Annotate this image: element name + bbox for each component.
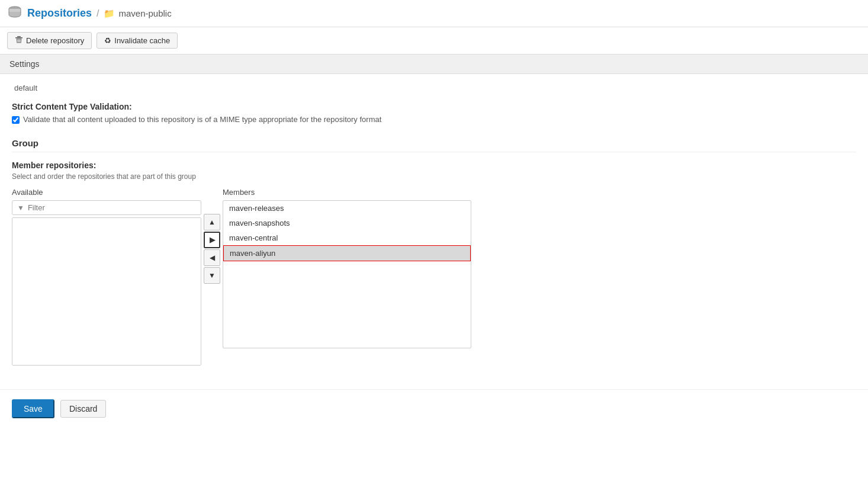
strict-content-desc: Validate that all content uploaded to th… [23, 115, 381, 124]
page-title: Repositories [27, 7, 92, 20]
delete-repository-label: Delete repository [26, 36, 84, 45]
repos-container: Available ▼ ▲ ▶ ◀ [12, 188, 856, 366]
filter-input[interactable] [28, 203, 196, 212]
strict-content-checkbox[interactable] [12, 116, 20, 124]
filter-icon: ▼ [17, 204, 24, 212]
group-label: Group [12, 138, 856, 152]
member-repos-desc: Select and order the repositories that a… [12, 172, 856, 181]
svg-rect-1 [15, 37, 22, 39]
svg-rect-2 [17, 36, 21, 37]
invalidate-cache-button[interactable]: ♻ Invalidate cache [97, 33, 178, 49]
discard-button[interactable]: Discard [60, 400, 106, 418]
save-button[interactable]: Save [12, 399, 54, 418]
breadcrumb-item: 📁 maven-public [104, 8, 171, 19]
list-item[interactable]: maven-snapshots [223, 216, 471, 230]
folder-icon: 📁 [104, 8, 115, 19]
settings-section-header: Settings [0, 55, 868, 74]
delete-repository-button[interactable]: Delete repository [7, 32, 92, 49]
members-list[interactable]: maven-releasesmaven-snapshotsmaven-centr… [223, 200, 471, 348]
move-left-button[interactable]: ◀ [204, 249, 220, 266]
strict-content-section: Strict Content Type Validation: Validate… [12, 102, 856, 124]
db-icon [7, 5, 22, 22]
move-right-button[interactable]: ▶ [204, 232, 220, 248]
toolbar: Delete repository ♻ Invalidate cache [0, 27, 868, 55]
available-col: Available ▼ [12, 188, 201, 366]
available-label: Available [12, 188, 201, 197]
save-label: Save [24, 404, 43, 414]
arrow-col: ▲ ▶ ◀ ▼ [201, 214, 223, 284]
right-arrow-icon: ▶ [210, 236, 215, 244]
list-item[interactable]: maven-central [223, 230, 471, 245]
breadcrumb-separator: / [97, 8, 99, 19]
move-down-button[interactable]: ▼ [204, 267, 220, 284]
bottom-bar: Save Discard [0, 389, 868, 428]
list-item[interactable]: maven-aliyun [223, 245, 471, 261]
members-col: Members maven-releasesmaven-snapshotsmav… [223, 188, 471, 348]
settings-label: Settings [9, 59, 40, 69]
move-up-button[interactable]: ▲ [204, 214, 220, 230]
invalidate-icon: ♻ [104, 36, 111, 45]
breadcrumb-item-label: maven-public [118, 8, 171, 18]
list-item[interactable]: maven-releases [223, 201, 471, 216]
default-value: default [12, 84, 856, 92]
left-arrow-icon: ◀ [210, 254, 215, 262]
up-arrow-icon: ▲ [208, 218, 216, 226]
strict-content-row: Validate that all content uploaded to th… [12, 115, 856, 124]
group-section: Group Member repositories: Select and or… [12, 138, 856, 366]
main-content: default Strict Content Type Validation: … [0, 74, 868, 375]
member-repos-label: Member repositories: [12, 161, 856, 170]
down-arrow-icon: ▼ [208, 271, 216, 280]
page-header: Repositories / 📁 maven-public [0, 0, 868, 27]
strict-content-title: Strict Content Type Validation: [12, 102, 856, 111]
discard-label: Discard [69, 404, 97, 414]
delete-icon [15, 36, 23, 46]
invalidate-cache-label: Invalidate cache [114, 36, 170, 45]
members-label: Members [223, 188, 471, 197]
available-list[interactable] [12, 217, 201, 366]
filter-box: ▼ [12, 200, 201, 215]
